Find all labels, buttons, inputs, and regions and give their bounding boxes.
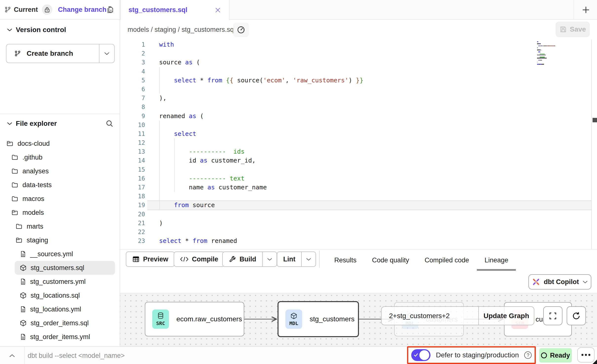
- compile-button[interactable]: Compile: [174, 252, 225, 267]
- compile-label: Compile: [192, 255, 218, 263]
- tab-code-quality[interactable]: Code quality: [372, 250, 409, 271]
- tree-item-stg_locations.sql[interactable]: stg_locations.sql: [0, 289, 120, 302]
- tree-item-docs-cloud[interactable]: docs-cloud: [0, 137, 120, 150]
- code-line-15[interactable]: 15: [120, 165, 591, 174]
- code-line-4[interactable]: 4: [120, 67, 591, 76]
- tree-item-label: stg_customers.yml: [30, 278, 86, 286]
- create-branch-button[interactable]: Create branch: [6, 44, 115, 63]
- tree-item-stg_customers.sql[interactable]: stg_customers.sql: [15, 261, 115, 275]
- branch-icon: [14, 50, 21, 57]
- command-input[interactable]: dbt build --select <model_name>: [28, 347, 125, 364]
- tab-stg-customers-sql[interactable]: stg_customers.sql: [120, 0, 229, 20]
- tree-item-stg_order_items.sql[interactable]: stg_order_items.sql: [0, 316, 120, 330]
- tree-item-analyses[interactable]: analyses: [0, 164, 120, 178]
- ellipsis-menu-button[interactable]: [577, 347, 595, 363]
- scrollbar-thumb[interactable]: [593, 118, 597, 122]
- selector-input[interactable]: 2+stg_customers+2: [382, 307, 478, 325]
- fullscreen-button[interactable]: [543, 306, 562, 325]
- file-explorer-section[interactable]: File explorer: [0, 117, 120, 130]
- code-line-7[interactable]: 7),: [120, 94, 591, 103]
- search-icon[interactable]: [105, 119, 114, 129]
- code-line-14[interactable]: 14 id as customer_id,: [120, 156, 591, 165]
- minimap[interactable]: [537, 41, 581, 65]
- preview-button[interactable]: Preview: [126, 252, 175, 267]
- tree-item-label: stg_order_items.sql: [31, 319, 89, 327]
- tabbar-divider: [574, 0, 574, 19]
- code-line-3[interactable]: 3source as (: [120, 58, 591, 67]
- code-line-6[interactable]: 6: [120, 85, 591, 94]
- current-branch-label: Current: [14, 6, 38, 14]
- new-tab-button[interactable]: [579, 3, 592, 16]
- tree-item-.github[interactable]: .github: [0, 150, 120, 164]
- branch-lock: [42, 4, 52, 15]
- lint-dropdown[interactable]: [301, 252, 316, 266]
- copy-branch-icon[interactable]: [106, 5, 114, 15]
- dbt-copilot-button[interactable]: dbt Copilot: [528, 274, 591, 290]
- tree-item-marts[interactable]: marts: [0, 219, 120, 233]
- code-line-16[interactable]: 16 ---------- text: [120, 174, 591, 183]
- close-icon[interactable]: [215, 7, 221, 13]
- code-line-19[interactable]: 19 from source: [120, 201, 591, 210]
- tree-item-__sources.yml[interactable]: __sources.yml: [0, 247, 120, 261]
- line-number: 18: [120, 192, 146, 201]
- update-graph-button[interactable]: Update Graph: [478, 307, 534, 325]
- code-line-10[interactable]: 10: [120, 121, 591, 129]
- current-branch-button[interactable]: Current: [4, 4, 52, 15]
- tab-lineage[interactable]: Lineage: [485, 250, 508, 271]
- line-number: 1: [120, 40, 146, 49]
- tree-item-stg_order_items.yml[interactable]: stg_order_items.yml: [0, 330, 120, 344]
- code-line-18[interactable]: 18: [120, 192, 591, 201]
- defer-toggle[interactable]: [411, 349, 430, 361]
- code-line-13[interactable]: 13 ---------- ids: [120, 147, 591, 156]
- tree-item-macros[interactable]: macros: [0, 192, 120, 206]
- code-line-20[interactable]: 20: [120, 210, 591, 219]
- build-dropdown[interactable]: [262, 252, 277, 266]
- save-button[interactable]: Save: [556, 22, 590, 37]
- code-line-12[interactable]: 12: [120, 138, 591, 147]
- code-line-23[interactable]: 23select * from renamed: [120, 237, 591, 245]
- code-line-5[interactable]: 5 select * from {{ source('ecom', 'raw_c…: [120, 76, 591, 85]
- version-control-section[interactable]: Version control: [0, 24, 120, 36]
- tree-item-label: stg_locations.yml: [30, 306, 81, 313]
- lineage-node-ecom.raw_customers[interactable]: SRCecom.raw_customers: [145, 302, 244, 336]
- lineage-panel[interactable]: SRCecom.raw_customersMDLstg_customersMDL…: [120, 293, 597, 346]
- code-editor[interactable]: 1with23source as (45 select * from {{ so…: [120, 39, 591, 249]
- code-text: with: [159, 40, 174, 49]
- code-line-1[interactable]: 1with: [120, 40, 591, 49]
- tree-item-stg_customers.yml[interactable]: stg_customers.yml: [0, 275, 120, 289]
- file-explorer-title: File explorer: [16, 120, 57, 127]
- lint-button[interactable]: Lint: [277, 252, 316, 267]
- chevron-down-icon: [7, 28, 12, 32]
- code-line-17[interactable]: 17 name as customer_name: [120, 183, 591, 192]
- code-line-8[interactable]: 8: [120, 103, 591, 111]
- refresh-button[interactable]: [567, 306, 586, 325]
- lineage-node-stg_customers[interactable]: MDLstg_customers: [278, 301, 359, 337]
- change-branch-link[interactable]: Change branch: [58, 6, 107, 14]
- resize-grip[interactable]: [593, 360, 597, 364]
- editor-scrollbar[interactable]: [591, 39, 597, 249]
- plus-icon: [582, 6, 590, 14]
- tab-compiled-code[interactable]: Compiled code: [425, 250, 469, 271]
- tree-item-data-tests[interactable]: data-tests: [0, 178, 120, 192]
- save-label: Save: [570, 25, 586, 33]
- preview-label: Preview: [143, 255, 168, 263]
- help-icon[interactable]: ?: [524, 351, 532, 359]
- build-button[interactable]: Build: [222, 252, 277, 267]
- code-line-11[interactable]: 11 select: [120, 129, 591, 138]
- code-line-21[interactable]: 21): [120, 219, 591, 228]
- tree-item-staging[interactable]: staging: [0, 233, 120, 247]
- collapse-panel-button[interactable]: [0, 347, 25, 364]
- code-line-22[interactable]: 22: [120, 228, 591, 237]
- tree-item-label: docs-cloud: [18, 140, 50, 147]
- compass-icon[interactable]: [233, 23, 249, 37]
- code-line-2[interactable]: 2: [120, 49, 591, 58]
- tree-item-stg_locations.yml[interactable]: stg_locations.yml: [0, 302, 120, 316]
- code-line-9[interactable]: 9renamed as (: [120, 112, 591, 121]
- tab-results[interactable]: Results: [334, 250, 356, 271]
- create-branch-main[interactable]: Create branch: [6, 44, 99, 63]
- line-number: 23: [120, 237, 146, 245]
- lint-label: Lint: [283, 255, 295, 263]
- tree-item-models[interactable]: models: [0, 206, 120, 219]
- code-text: ---------- text: [159, 174, 244, 183]
- create-branch-dropdown[interactable]: [99, 44, 114, 63]
